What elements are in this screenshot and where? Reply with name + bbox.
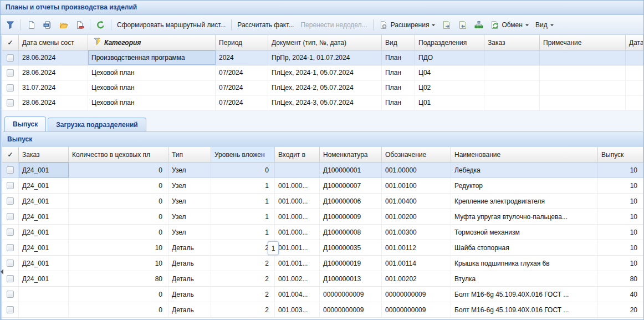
cell[interactable]	[484, 80, 540, 95]
plans_table-header-2[interactable]: Категория	[88, 35, 216, 50]
plans_table-header-6[interactable]: Подразделения	[415, 35, 484, 50]
cell[interactable]: Д100000001	[320, 162, 382, 177]
cell[interactable]: Цеховой план	[88, 80, 216, 95]
open-folder-button[interactable]	[56, 19, 71, 31]
cell[interactable]: План	[382, 95, 415, 110]
cell[interactable]: 001.001...	[275, 256, 320, 271]
cell[interactable]: 10	[598, 225, 643, 240]
cell[interactable]	[540, 80, 626, 95]
extensions-menu-button[interactable]: Расширения	[376, 19, 438, 31]
cell[interactable]: Узел	[168, 194, 211, 209]
import-button[interactable]	[455, 19, 470, 31]
cell[interactable]: Цеховой план	[88, 95, 216, 110]
cell[interactable]: 10	[598, 162, 643, 177]
cell[interactable]: Деталь	[168, 256, 211, 271]
cell[interactable]: Д24_001	[19, 240, 69, 255]
row-checkbox[interactable]	[7, 166, 14, 174]
cell[interactable]: 0	[69, 287, 168, 302]
cell[interactable]: 0	[69, 194, 168, 209]
cell[interactable]: Деталь	[168, 240, 211, 255]
cell[interactable]: Д24_001	[19, 178, 69, 193]
output_table-header-7[interactable]: Обозначение	[382, 147, 451, 162]
table-row[interactable]: 28.06.2024Цеховой план07/2024ПлЦех, 2024…	[2, 95, 643, 110]
cell[interactable]: 0	[69, 178, 168, 193]
refresh-button[interactable]	[93, 19, 108, 31]
calc-fact-button[interactable]: Рассчитать факт...	[234, 19, 297, 31]
table-row[interactable]: Д24_0010Узел0Д100000001001.00000Лебедка1…	[2, 162, 643, 178]
cell[interactable]: 31.07.2024	[19, 80, 88, 95]
cell[interactable]: Шайба стопорная	[451, 240, 598, 255]
cell[interactable]: План	[382, 50, 415, 65]
table-row[interactable]: Д24_0010Узел1001.000...Д100000008001.003…	[2, 225, 643, 240]
cell[interactable]: План	[382, 80, 415, 95]
cell[interactable]: 001.00112	[382, 240, 451, 255]
cell[interactable]	[275, 162, 320, 177]
row-checkbox[interactable]	[7, 84, 14, 92]
cell[interactable]: Д100000006	[320, 194, 382, 209]
table-row[interactable]: 0Деталь2001.004...0000000000900000000009…	[2, 287, 643, 302]
cell[interactable]: Редуктор	[451, 178, 598, 193]
output_table-header-6[interactable]: Номенклатура	[320, 147, 382, 162]
row-checkbox[interactable]	[7, 99, 14, 106]
cell[interactable]: 001.00300	[382, 225, 451, 240]
delete-document-button[interactable]	[72, 19, 87, 31]
cell[interactable]	[626, 80, 643, 95]
cell[interactable]: Д24_001	[19, 225, 69, 240]
cell[interactable]: ПДО	[415, 50, 484, 65]
cell[interactable]: 0	[211, 162, 275, 177]
row-checkbox[interactable]	[7, 306, 14, 313]
cell[interactable]: 001.00000	[382, 162, 451, 177]
cell[interactable]: 001.00202	[382, 271, 451, 286]
plans_table-header-7[interactable]: Заказ	[484, 35, 540, 50]
cell[interactable]: Деталь	[168, 287, 211, 302]
cell[interactable]: 001.00400	[382, 194, 451, 209]
cell[interactable]: 10	[598, 240, 643, 255]
plans_table-header-1[interactable]: Дата смены сост	[19, 35, 88, 50]
row-checkbox[interactable]	[7, 291, 14, 298]
cell[interactable]: Д24_001	[19, 271, 69, 286]
view-menu-button[interactable]: Вид	[533, 19, 556, 31]
cell[interactable]: 80	[69, 271, 168, 286]
output_table-header-1[interactable]: Заказ	[19, 147, 69, 162]
table-row[interactable]: Д24_0010Узел1001.000...Д100000009001.002…	[2, 209, 643, 225]
exchange-menu-button[interactable]: Обмен	[487, 19, 531, 31]
cell[interactable]	[540, 95, 626, 110]
form-route-list-button[interactable]: Сформировать маршрутный лист...	[114, 19, 228, 31]
cell[interactable]: 001.003...	[275, 302, 320, 317]
plans_table-header-5[interactable]: Вид	[382, 35, 415, 50]
cell[interactable]	[19, 287, 69, 302]
tab-zagruzka-podrazdelenij[interactable]: Загрузка подразделений	[48, 118, 146, 131]
cell[interactable]: Муфта упругая втулочно-пальцева...	[451, 209, 598, 224]
export-button[interactable]	[439, 19, 454, 31]
cell[interactable]: Цеховой план	[88, 65, 216, 80]
move-unfinished-button[interactable]: Перенести недодел...	[298, 19, 370, 31]
table-row[interactable]: 28.06.2024Цеховой план07/2024ПлЦех, 2024…	[2, 65, 643, 80]
cell[interactable]: Д24_001	[19, 162, 69, 177]
collapse-splitter-arrow[interactable]	[1, 269, 3, 275]
cell[interactable]: План	[382, 65, 415, 80]
cell[interactable]: Тормозной механизм	[451, 225, 598, 240]
cell[interactable]: Крепление электродвигателя	[451, 194, 598, 209]
cell[interactable]: ПлЦех, 2024-2, 05.07.2024	[268, 80, 382, 95]
cell[interactable]: 1	[211, 178, 275, 193]
cell[interactable]: Втулка	[451, 271, 598, 286]
cell[interactable]: 28.06.2024	[19, 65, 88, 80]
cell[interactable]: 001.000...	[275, 178, 320, 193]
cell[interactable]: Д100000035	[320, 240, 382, 255]
cell[interactable]: 0	[69, 302, 168, 317]
cell[interactable]: 10	[598, 194, 643, 209]
cell[interactable]	[484, 65, 540, 80]
output_table-select-all-header[interactable]: ✓	[2, 147, 19, 162]
cell[interactable]: Производственная программа	[88, 50, 216, 65]
splitter[interactable]	[1, 110, 643, 115]
row-checkbox[interactable]	[7, 275, 14, 282]
row-checkbox[interactable]	[7, 260, 14, 267]
output_table-header-9[interactable]: Выпуск	[598, 147, 643, 162]
cell[interactable]: 10	[598, 256, 643, 271]
table-row[interactable]: 0Деталь2001.003...0000000000900000000009…	[2, 302, 643, 318]
plans_table-header-8[interactable]: Примечание	[540, 35, 626, 50]
row-checkbox[interactable]	[7, 54, 14, 62]
hierarchy-button[interactable]	[471, 19, 486, 31]
row-checkbox[interactable]	[7, 182, 14, 189]
cell[interactable]: 2024	[216, 50, 268, 65]
